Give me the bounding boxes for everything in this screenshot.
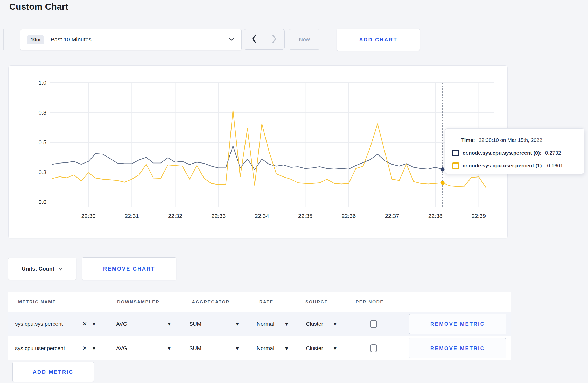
- tooltip-time-value: 22:38:10 on Mar 15th, 2022: [479, 137, 542, 143]
- caret-down-icon: ▼: [332, 321, 338, 327]
- chart-card[interactable]: 0.00.30.50.81.022:3022:3122:3222:3322:34…: [8, 65, 508, 238]
- column-header-downsampler: DOWNSAMPLER: [117, 300, 159, 305]
- now-button[interactable]: Now: [289, 29, 320, 50]
- tooltip-series-value: 0.2732: [545, 147, 561, 159]
- tooltip-series-name: cr.node.sys.cpu.sys.percent (0):: [463, 147, 542, 159]
- downsampler-select[interactable]: AVG: [116, 321, 127, 327]
- chevron-left-icon: [251, 34, 257, 44]
- caret-down-icon: ▼: [91, 321, 97, 327]
- add-chart-button[interactable]: ADD CHART: [337, 29, 420, 51]
- x-axis-tick-label: 22:37: [385, 213, 399, 219]
- series-swatch-icon: [452, 150, 459, 156]
- hover-point-dot: [441, 167, 445, 171]
- caret-down-icon: ▼: [284, 345, 289, 351]
- metrics-table-header: METRIC NAMEDOWNSAMPLERAGGREGATORRATESOUR…: [8, 292, 511, 312]
- chart-tooltip: Time:22:38:10 on Mar 15th, 2022 cr.node.…: [445, 128, 584, 174]
- tooltip-series-value: 0.1601: [547, 159, 563, 172]
- x-axis-tick-label: 22:36: [341, 213, 356, 219]
- metric-row: sys.cpu.user.percent✕▼AVG▼SUM▼Normal▼Clu…: [8, 336, 511, 360]
- toolbar-divider: [3, 29, 4, 50]
- column-header-metric-name: METRIC NAME: [18, 300, 56, 305]
- chevron-down-icon: [229, 37, 235, 42]
- x-axis-tick-label: 22:38: [428, 213, 443, 219]
- metric-name-select[interactable]: sys.cpu.sys.percent: [15, 321, 63, 327]
- time-window-dropdown[interactable]: 10m Past 10 Minutes: [20, 29, 242, 50]
- tooltip-time-row: Time:22:38:10 on Mar 15th, 2022: [461, 134, 577, 147]
- caret-down-icon: ▼: [284, 321, 289, 327]
- caret-down-icon: ▼: [166, 321, 172, 327]
- metrics-table: METRIC NAMEDOWNSAMPLERAGGREGATORRATESOUR…: [8, 292, 511, 360]
- clear-metric-icon[interactable]: ✕: [82, 345, 87, 351]
- x-axis-tick-label: 22:33: [211, 213, 226, 219]
- x-axis-tick-label: 22:31: [125, 213, 139, 219]
- x-axis-tick-label: 22:39: [472, 213, 486, 219]
- prev-time-button[interactable]: [244, 29, 264, 49]
- caret-down-icon: ▼: [235, 345, 240, 351]
- x-axis-tick-label: 22:32: [168, 213, 182, 219]
- source-select[interactable]: Cluster: [306, 345, 323, 351]
- metric-name-select[interactable]: sys.cpu.user.percent: [15, 345, 65, 351]
- units-dropdown[interactable]: Units: Count: [8, 258, 76, 280]
- chevron-down-icon: [58, 266, 63, 272]
- column-header-source: SOURCE: [305, 300, 328, 305]
- y-axis-tick-label: 1.0: [38, 80, 46, 86]
- clear-metric-icon[interactable]: ✕: [82, 321, 87, 327]
- time-window-badge: 10m: [27, 35, 44, 44]
- source-select[interactable]: Cluster: [306, 321, 323, 327]
- series-line-1: [52, 110, 486, 188]
- cpu-usage-chart[interactable]: 0.00.30.50.81.022:3022:3122:3222:3322:34…: [9, 66, 508, 239]
- caret-down-icon: ▼: [91, 345, 97, 351]
- x-axis-tick-label: 22:35: [298, 213, 312, 219]
- column-header-aggregator: AGGREGATOR: [192, 300, 230, 305]
- caret-down-icon: ▼: [235, 321, 240, 327]
- time-window-label: Past 10 Minutes: [51, 36, 92, 43]
- remove-chart-button[interactable]: REMOVE CHART: [82, 257, 176, 280]
- tooltip-series-name: cr.node.sys.cpu.user.percent (1):: [463, 159, 543, 172]
- per-node-checkbox[interactable]: [370, 344, 377, 352]
- aggregator-select[interactable]: SUM: [189, 321, 201, 327]
- add-metric-button[interactable]: ADD METRIC: [12, 362, 94, 382]
- page-title: Custom Chart: [9, 2, 68, 12]
- column-header-per-node: PER NODE: [356, 300, 384, 305]
- tooltip-series-row: cr.node.sys.cpu.sys.percent (0):0.2732: [452, 147, 577, 159]
- hover-point-dot: [441, 181, 445, 185]
- time-nav-group: [244, 29, 285, 50]
- y-axis-tick-label: 0.0: [38, 199, 46, 205]
- caret-down-icon: ▼: [166, 345, 172, 351]
- y-axis-tick-label: 0.8: [38, 109, 46, 116]
- metric-row: sys.cpu.sys.percent✕▼AVG▼SUM▼Normal▼Clus…: [8, 312, 511, 336]
- series-swatch-icon: [452, 162, 459, 169]
- y-axis-tick-label: 0.5: [38, 139, 46, 146]
- tooltip-time-label: Time:: [461, 137, 475, 143]
- chevron-right-icon: [272, 34, 277, 44]
- column-header-rate: RATE: [259, 300, 274, 305]
- next-time-button[interactable]: [264, 29, 285, 49]
- downsampler-select[interactable]: AVG: [116, 345, 127, 351]
- units-label: Units: Count: [22, 266, 54, 272]
- remove-metric-button[interactable]: REMOVE METRIC: [409, 314, 506, 334]
- remove-metric-button[interactable]: REMOVE METRIC: [409, 338, 506, 358]
- per-node-checkbox[interactable]: [370, 320, 377, 328]
- tooltip-series-row: cr.node.sys.cpu.user.percent (1):0.1601: [452, 159, 577, 172]
- x-axis-tick-label: 22:34: [255, 213, 269, 219]
- rate-select[interactable]: Normal: [257, 345, 274, 351]
- x-axis-tick-label: 22:30: [81, 213, 95, 219]
- y-axis-tick-label: 0.3: [38, 169, 46, 175]
- aggregator-select[interactable]: SUM: [189, 345, 201, 351]
- series-line-0: [52, 146, 486, 170]
- caret-down-icon: ▼: [332, 345, 338, 351]
- rate-select[interactable]: Normal: [257, 321, 274, 327]
